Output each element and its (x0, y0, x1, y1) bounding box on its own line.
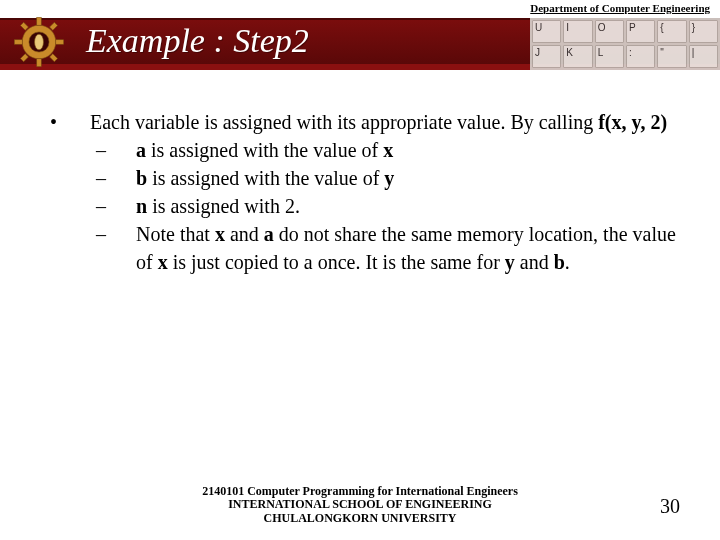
keycap: " (657, 45, 686, 68)
gear-logo-icon (0, 16, 78, 68)
bx: x (215, 223, 225, 245)
dash-icon: – (90, 164, 136, 192)
list-text: n is assigned with 2. (136, 192, 680, 220)
var-a: a (136, 139, 146, 161)
keycap: { (657, 20, 686, 43)
slide-body: • Each variable is assigned with its app… (0, 78, 720, 276)
keycap: P (626, 20, 655, 43)
department-label: Department of Computer Engineering (530, 2, 710, 14)
svg-rect-5 (20, 22, 28, 30)
list-item: – n is assigned with 2. (90, 192, 680, 220)
var-x: x (383, 139, 393, 161)
keycap: : (626, 45, 655, 68)
dash-icon: – (90, 136, 136, 164)
bx2: x (158, 251, 168, 273)
var-y: y (384, 167, 394, 189)
keycap: L (595, 45, 624, 68)
slide-header: Department of Computer Engineering (0, 0, 720, 78)
list-item: – Note that x and a do not share the sam… (90, 220, 680, 276)
list-item: – a is assigned with the value of x (90, 136, 680, 164)
slide-footer: 2140101 Computer Programming for Interna… (0, 485, 720, 526)
bb: b (554, 251, 565, 273)
keycap: } (689, 20, 718, 43)
footer-line2: INTERNATIONAL SCHOOL OF ENGINEERING (0, 498, 720, 512)
txt: is assigned with the value of (146, 139, 383, 161)
keycap: K (563, 45, 592, 68)
slide-title: Example : Step2 (86, 22, 309, 60)
svg-rect-4 (56, 40, 64, 44)
intro-bold: f(x, y, 2) (598, 111, 667, 133)
t: is just copied to a once. It is the same… (168, 251, 505, 273)
page-number: 30 (660, 495, 680, 518)
by: y (505, 251, 515, 273)
var-n: n (136, 195, 147, 217)
svg-rect-3 (14, 40, 22, 44)
txt: is assigned with the value of (147, 167, 384, 189)
keycap: | (689, 45, 718, 68)
t: . (565, 251, 570, 273)
var-b: b (136, 167, 147, 189)
svg-rect-2 (37, 59, 41, 67)
list-text: a is assigned with the value of x (136, 136, 680, 164)
sub-bullet-list: – a is assigned with the value of x – b … (90, 136, 680, 276)
intro-text: Each variable is assigned with its appro… (90, 108, 680, 136)
list-text: b is assigned with the value of y (136, 164, 680, 192)
footer-line1: 2140101 Computer Programming for Interna… (0, 485, 720, 499)
t: and (225, 223, 264, 245)
svg-rect-1 (37, 17, 41, 25)
ba: a (264, 223, 274, 245)
svg-rect-6 (50, 22, 58, 30)
dash-icon: – (90, 220, 136, 276)
note-text: Note that x and a do not share the same … (136, 220, 680, 276)
svg-rect-8 (50, 54, 58, 62)
txt: is assigned with 2. (147, 195, 300, 217)
dash-icon: – (90, 192, 136, 220)
bullet-icon: • (40, 108, 90, 136)
keycap: U (532, 20, 561, 43)
keycap: I (563, 20, 592, 43)
keycap: J (532, 45, 561, 68)
svg-rect-7 (20, 54, 28, 62)
svg-point-10 (35, 34, 44, 50)
footer-line3: CHULALONGKORN UNIVERSITY (0, 512, 720, 526)
keycap: O (595, 20, 624, 43)
list-item: – b is assigned with the value of y (90, 164, 680, 192)
t: Note that (136, 223, 215, 245)
intro-pre: Each variable is assigned with its appro… (90, 111, 598, 133)
t: and (515, 251, 554, 273)
keyboard-decoration: U I O P { } J K L : " | (530, 18, 720, 70)
